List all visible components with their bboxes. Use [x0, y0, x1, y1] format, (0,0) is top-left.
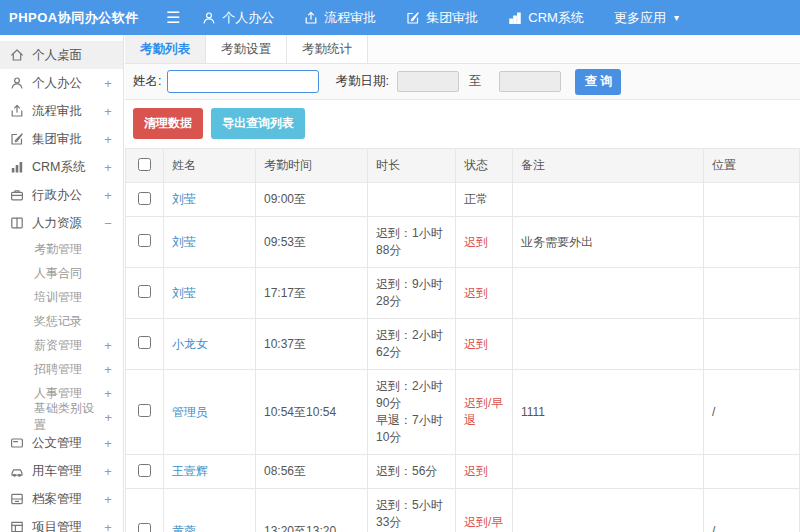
sidebar-item[interactable]: 用车管理+ — [0, 457, 123, 485]
sidebar-sub-item[interactable]: 考勤管理 — [0, 237, 123, 261]
date-to-input[interactable] — [499, 71, 561, 92]
topnav-item[interactable]: 更多应用▾ — [614, 9, 679, 27]
sidebar-item[interactable]: 项目管理+ — [0, 513, 123, 532]
note-cell: 1111 — [513, 370, 704, 455]
topnav-item-label: 流程审批 — [324, 9, 376, 27]
tab-inactive[interactable]: 考勤设置 — [206, 35, 287, 63]
attendance-time-cell: 09:00至 — [256, 183, 368, 217]
sidebar-item[interactable]: 流程审批+ — [0, 97, 123, 125]
expand-icon[interactable]: + — [103, 76, 113, 91]
row-checkbox[interactable] — [138, 404, 151, 417]
doc-icon — [10, 436, 25, 450]
export-list-button[interactable]: 导出查询列表 — [211, 108, 305, 139]
status-cell: 迟到 — [456, 217, 513, 268]
employee-name-link[interactable]: 刘莹 — [172, 286, 196, 300]
search-button[interactable]: 查 询 — [575, 69, 621, 95]
status-cell: 迟到/早退 — [456, 489, 513, 532]
edit-icon — [10, 132, 25, 146]
expand-icon[interactable]: + — [103, 132, 113, 147]
expand-icon[interactable]: + — [103, 410, 113, 425]
table-row: 刘莹09:00至正常 — [126, 183, 800, 217]
expand-icon[interactable]: + — [103, 386, 113, 401]
menu-icon[interactable]: ☰ — [166, 10, 180, 26]
table-row: 刘莹17:17至迟到：9小时28分迟到 — [126, 268, 800, 319]
topnav-items: 个人办公流程审批集团审批CRM系统更多应用▾ — [202, 9, 709, 27]
sidebar-sub-item-label: 奖惩记录 — [34, 313, 82, 330]
sidebar-sub-items: 考勤管理人事合同培训管理奖惩记录薪资管理+招聘管理+人事管理+基础类别设置+ — [0, 237, 123, 429]
column-header: 状态 — [456, 149, 513, 183]
sidebar-item[interactable]: 档案管理+ — [0, 485, 123, 513]
topnav-item[interactable]: 个人办公 — [202, 9, 274, 27]
employee-name-link[interactable]: 黄蓉 — [172, 524, 196, 532]
sidebar-item[interactable]: 个人办公+ — [0, 69, 123, 97]
note-cell — [513, 455, 704, 489]
topnav-item[interactable]: 流程审批 — [304, 9, 376, 27]
row-checkbox[interactable] — [138, 336, 151, 349]
topnav-item[interactable]: CRM系统 — [508, 9, 584, 27]
book-icon — [10, 216, 25, 230]
sidebar-sub-item[interactable]: 人事合同 — [0, 261, 123, 285]
sidebar-item[interactable]: 个人桌面 — [0, 41, 123, 69]
row-checkbox[interactable] — [138, 234, 151, 247]
expand-icon[interactable]: + — [103, 436, 113, 451]
sidebar-sub-item[interactable]: 奖惩记录 — [0, 309, 123, 333]
note-cell — [513, 319, 704, 370]
sidebar-item[interactable]: 人力资源− — [0, 209, 123, 237]
briefcase-icon — [10, 188, 25, 202]
clean-data-button[interactable]: 清理数据 — [133, 108, 203, 139]
employee-name-link[interactable]: 管理员 — [172, 405, 208, 419]
row-checkbox[interactable] — [138, 192, 151, 205]
sidebar-sub-item[interactable]: 基础类别设置+ — [0, 405, 123, 429]
sidebar-item-label: 项目管理 — [32, 519, 82, 532]
employee-name-link[interactable]: 刘莹 — [172, 235, 196, 249]
share-icon — [10, 104, 25, 118]
select-all-checkbox[interactable] — [138, 158, 151, 171]
expand-icon[interactable]: + — [103, 464, 113, 479]
sidebar-sub-item[interactable]: 薪资管理+ — [0, 333, 123, 357]
expand-icon[interactable]: + — [103, 338, 113, 353]
row-checkbox[interactable] — [138, 523, 151, 532]
column-header: 时长 — [368, 149, 456, 183]
top-navbar: PHPOA协同办公软件 ☰ 个人办公流程审批集团审批CRM系统更多应用▾ — [0, 0, 800, 35]
expand-icon[interactable]: + — [103, 362, 113, 377]
column-header: 姓名 — [164, 149, 256, 183]
expand-icon[interactable]: + — [103, 104, 113, 119]
tab-active[interactable]: 考勤列表 — [125, 35, 206, 63]
topnav-item[interactable]: 集团审批 — [406, 9, 478, 27]
sidebar-sub-item[interactable]: 招聘管理+ — [0, 357, 123, 381]
expand-icon[interactable]: + — [103, 492, 113, 507]
toolbar: 清理数据 导出查询列表 — [125, 100, 800, 148]
employee-name-link[interactable]: 王壹辉 — [172, 464, 208, 478]
table-row: 王壹辉08:56至迟到：56分迟到 — [126, 455, 800, 489]
employee-name-link[interactable]: 刘莹 — [172, 192, 196, 206]
name-filter-input[interactable] — [167, 70, 319, 93]
attendance-table: 姓名考勤时间时长状态备注位置 刘莹09:00至正常刘莹09:53至迟到：1小时8… — [125, 148, 800, 532]
attendance-time-cell: 10:37至 — [256, 319, 368, 370]
attendance-time-cell: 08:56至 — [256, 455, 368, 489]
expand-icon[interactable]: + — [103, 160, 113, 175]
employee-name-link[interactable]: 小龙女 — [172, 337, 208, 351]
expand-icon[interactable]: + — [103, 520, 113, 532]
chart-icon — [10, 160, 25, 174]
table-row: 刘莹09:53至迟到：1小时88分迟到业务需要外出 — [126, 217, 800, 268]
sidebar-item-label: 流程审批 — [32, 103, 82, 120]
sidebar-sub-item[interactable]: 培训管理 — [0, 285, 123, 309]
sidebar-item-label: 人力资源 — [32, 215, 82, 232]
sidebar-item[interactable]: CRM系统+ — [0, 153, 123, 181]
date-from-input[interactable] — [397, 71, 459, 92]
row-checkbox[interactable] — [138, 285, 151, 298]
row-checkbox[interactable] — [138, 464, 151, 477]
topnav-item-label: 更多应用 — [614, 9, 666, 27]
date-to-label: 至 — [469, 73, 482, 90]
status-cell: 迟到 — [456, 455, 513, 489]
tab-inactive[interactable]: 考勤统计 — [287, 35, 368, 63]
car-icon — [10, 464, 25, 478]
attendance-time-cell: 10:54至10:54 — [256, 370, 368, 455]
topnav-item-label: CRM系统 — [528, 9, 584, 27]
sidebar-item-label: CRM系统 — [32, 159, 85, 176]
sidebar-item[interactable]: 集团审批+ — [0, 125, 123, 153]
sidebar-item[interactable]: 行政办公+ — [0, 181, 123, 209]
expand-icon[interactable]: + — [103, 188, 113, 203]
status-cell: 迟到/早退 — [456, 370, 513, 455]
collapse-icon[interactable]: − — [103, 216, 113, 231]
